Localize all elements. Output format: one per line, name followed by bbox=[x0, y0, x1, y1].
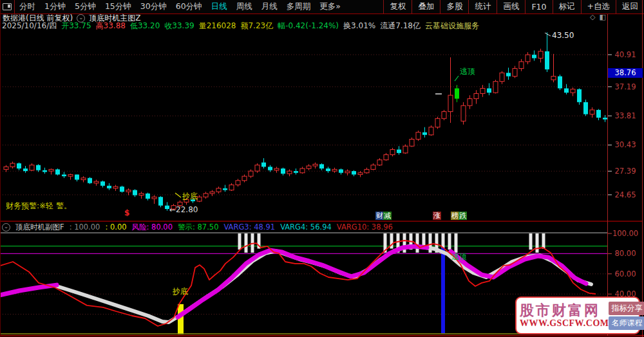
histogram-bar bbox=[542, 233, 545, 249]
candle bbox=[146, 194, 150, 199]
candle bbox=[229, 185, 234, 190]
histogram-bar bbox=[238, 233, 242, 250]
candle bbox=[216, 188, 221, 192]
signal-bar bbox=[441, 248, 445, 333]
candle bbox=[384, 155, 388, 160]
candle bbox=[165, 206, 169, 209]
sell-signal-label-main: 逃顶 bbox=[460, 68, 475, 76]
candle bbox=[558, 77, 562, 89]
candle bbox=[23, 168, 28, 171]
watermark-text: 股市财富网 WWW.GSCFW.COM bbox=[520, 302, 609, 329]
candle bbox=[564, 88, 569, 93]
histogram-bar bbox=[416, 233, 419, 253]
candle bbox=[274, 168, 279, 170]
peak-price-annotation: 43.50 bbox=[552, 32, 574, 40]
candle bbox=[197, 197, 202, 201]
magenta-band bbox=[0, 285, 57, 295]
indicator-value: VARG4: 56.94 bbox=[280, 223, 332, 232]
status-badge: 涨 bbox=[433, 212, 441, 220]
candle bbox=[326, 168, 330, 171]
magenta-band bbox=[451, 251, 586, 284]
candle bbox=[365, 169, 369, 172]
candle bbox=[551, 77, 556, 80]
magenta-band bbox=[178, 246, 427, 317]
candle bbox=[410, 139, 414, 146]
candle bbox=[532, 55, 536, 58]
candle bbox=[590, 110, 594, 114]
candle bbox=[255, 165, 260, 171]
candle bbox=[300, 168, 305, 173]
candle bbox=[455, 88, 459, 98]
indicator-value: VARG3: 48.91 bbox=[223, 223, 275, 232]
peak-pointer bbox=[545, 33, 551, 36]
candle bbox=[307, 166, 311, 168]
price-marker: 38.76 bbox=[608, 68, 643, 78]
candle bbox=[139, 194, 144, 196]
indicator-header: ⌄ 顶底时机副图F : 100.00: 0.00风险: 80.00警示: 87.… bbox=[2, 223, 393, 232]
chart-canvas bbox=[0, 0, 644, 337]
histogram-bar bbox=[529, 233, 533, 250]
candle bbox=[4, 167, 8, 169]
white-band bbox=[55, 246, 591, 322]
trading-app: 分时1分钟5分钟15分钟30分钟60分钟日线周线月线多周期更多» 复权叠加多股统… bbox=[0, 0, 644, 337]
candle bbox=[513, 69, 517, 77]
candle bbox=[210, 192, 214, 194]
candle bbox=[500, 73, 504, 81]
candle bbox=[36, 165, 41, 170]
indicator-title[interactable]: 顶底时机副图F bbox=[15, 223, 64, 232]
candle bbox=[519, 62, 524, 69]
candle bbox=[126, 190, 131, 192]
candle bbox=[94, 181, 99, 183]
indicator-values: : 100.00: 0.00风险: 80.00警示: 87.50VARG3: 4… bbox=[70, 223, 393, 232]
signal-bar bbox=[178, 304, 184, 334]
candle bbox=[390, 150, 395, 155]
candle bbox=[152, 197, 156, 199]
candle bbox=[352, 171, 356, 174]
indicator-axis-label: 80.00 bbox=[611, 250, 640, 257]
indicator-value: 风险: 80.00 bbox=[132, 223, 173, 232]
watermark-badges: 指标分享 名师课程 bbox=[609, 300, 644, 331]
candle bbox=[339, 169, 343, 172]
collapse-icon[interactable]: ⌄ bbox=[2, 223, 10, 232]
candle bbox=[526, 55, 530, 62]
histogram-bar bbox=[536, 233, 539, 253]
candle bbox=[17, 163, 21, 168]
candle bbox=[10, 163, 15, 167]
dollar-marker: $ bbox=[124, 209, 129, 217]
candle bbox=[603, 118, 607, 120]
candle bbox=[100, 181, 105, 186]
indicator-axis-label: 60.00 bbox=[611, 270, 640, 278]
candle bbox=[332, 169, 337, 171]
candle bbox=[468, 98, 472, 105]
candle bbox=[422, 132, 427, 135]
indicator-value: VARG10: 38.96 bbox=[337, 223, 393, 232]
candle bbox=[480, 88, 485, 93]
candle bbox=[133, 190, 137, 196]
candle bbox=[474, 93, 478, 98]
candle bbox=[571, 89, 575, 93]
indicator-value: 警示: 87.50 bbox=[178, 223, 218, 232]
candle bbox=[281, 168, 285, 174]
histogram-bar bbox=[448, 233, 451, 250]
watermark-badge: 指标分享 bbox=[609, 302, 644, 315]
candle bbox=[583, 102, 588, 114]
indicator-value: : 100.00 bbox=[70, 223, 100, 232]
candle bbox=[358, 173, 363, 175]
price-axis-label: 30.43 bbox=[611, 141, 640, 149]
watermark-title: 股市财富网 bbox=[520, 302, 609, 318]
finance-warning-text: 财务预警:※轻 警。 bbox=[6, 202, 71, 210]
candle bbox=[403, 146, 408, 153]
candle bbox=[120, 187, 124, 192]
candle bbox=[55, 169, 60, 174]
low-price-annotation: ←22.80 bbox=[169, 206, 198, 214]
candle bbox=[577, 89, 582, 102]
watermark-badge: 名师课程 bbox=[609, 316, 644, 330]
candle bbox=[416, 132, 421, 140]
candle bbox=[397, 150, 401, 153]
candle bbox=[294, 171, 298, 173]
buy-pointer bbox=[175, 193, 181, 197]
histogram-bar bbox=[455, 233, 458, 253]
candle bbox=[545, 51, 549, 69]
buy-signal-label-main: 抄底 bbox=[182, 192, 198, 201]
candle bbox=[204, 194, 208, 197]
